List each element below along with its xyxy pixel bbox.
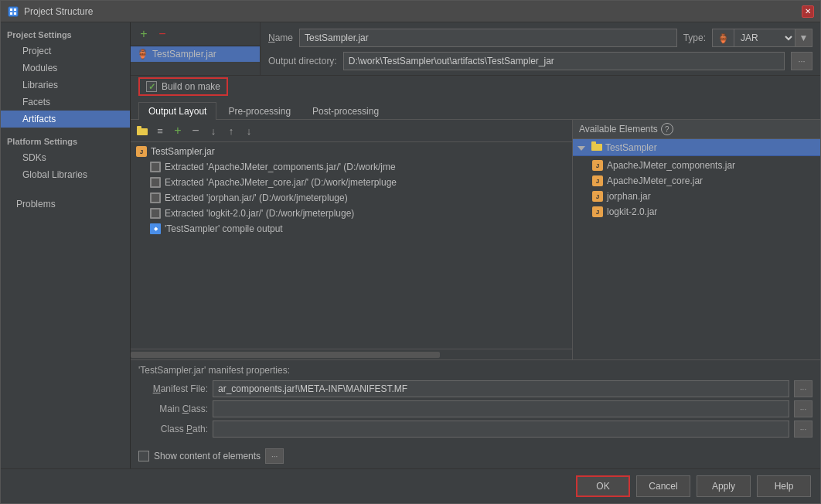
output-dir-input[interactable] (343, 52, 785, 70)
elements-folder-icon (591, 141, 602, 153)
svg-rect-7 (591, 144, 602, 151)
build-on-make-wrapper[interactable]: Build on make (138, 77, 228, 96)
help-button[interactable]: Help (757, 475, 811, 497)
svg-rect-0 (9, 7, 18, 16)
title-bar-icon (7, 5, 19, 18)
tree-item-4[interactable]: Extracted 'logkit-2.0.jar/' (D:/work/jme… (131, 206, 572, 221)
artifact-jar-icon: 🏺 (137, 49, 148, 60)
show-content-checkbox[interactable] (138, 451, 149, 461)
artifact-name-label: TestSampler.jar (152, 49, 216, 60)
tree-up-button[interactable]: ↑ (223, 122, 240, 139)
manifest-file-label: Manifest File: (138, 383, 208, 394)
apply-button[interactable]: Apply (697, 475, 751, 497)
help-icon[interactable]: ? (661, 123, 673, 135)
tree-down-button[interactable]: ↓ (205, 122, 222, 139)
output-dir-browse-button[interactable]: ··· (791, 52, 812, 70)
sidebar-item-sdks[interactable]: SDKs (1, 149, 130, 166)
extract-icon-3 (149, 192, 162, 204)
elements-panel: Available Elements ? TestSampler (573, 120, 820, 359)
tree-toolbar: ≡ + − ↓ ↑ ↓ (131, 120, 572, 142)
main-class-input[interactable] (213, 400, 789, 417)
elements-item-0[interactable]: J ApacheJMeter_components.jar (573, 158, 820, 173)
extract-icon-2 (149, 176, 162, 189)
manifest-file-browse-button[interactable]: ··· (794, 380, 812, 397)
class-path-row: Class Path: ··· (138, 421, 812, 438)
tree-panel: ≡ + − ↓ ↑ ↓ J TestSampler.jar (131, 120, 573, 359)
tree-item-root[interactable]: J TestSampler.jar (131, 144, 572, 159)
sidebar-item-facets[interactable]: Facets (1, 94, 130, 111)
svg-rect-1 (10, 9, 12, 11)
elements-root-label: TestSampler (605, 142, 657, 153)
svg-rect-5 (137, 128, 148, 135)
svg-rect-8 (591, 141, 596, 145)
tree-remove-button[interactable]: − (187, 122, 204, 139)
tree-item-2[interactable]: Extracted 'ApacheJMeter_core.jar/' (D:/w… (131, 175, 572, 190)
type-select[interactable]: JAR (734, 29, 795, 47)
compile-icon: ◆ (149, 223, 162, 235)
manifest-file-row: Manifest File: ··· (138, 380, 812, 397)
tree-add-button[interactable]: + (169, 122, 186, 139)
sidebar-item-artifacts[interactable]: Artifacts (1, 111, 130, 128)
sidebar-item-modules[interactable]: Modules (1, 60, 130, 77)
elements-tree-header[interactable]: TestSampler (573, 139, 820, 156)
title-bar-text: Project Structure (24, 6, 802, 17)
remove-artifact-button[interactable]: − (154, 26, 171, 43)
tabs-row: Output Layout Pre-processing Post-proces… (131, 102, 820, 120)
main-class-label: Main Class: (138, 404, 208, 414)
elements-tree-arrow (577, 142, 588, 153)
close-button[interactable]: ✕ (802, 5, 814, 18)
output-dir-label: Output directory: (268, 56, 337, 66)
ok-button[interactable]: OK (576, 475, 630, 497)
svg-rect-3 (10, 12, 12, 15)
sidebar-item-problems[interactable]: Problems (1, 196, 130, 213)
tree-item-5[interactable]: ◆ 'TestSampler' compile output (131, 221, 572, 237)
svg-rect-6 (137, 126, 141, 129)
cancel-button[interactable]: Cancel (636, 475, 690, 497)
tab-output-layout[interactable]: Output Layout (138, 102, 216, 120)
tree-bars-button[interactable]: ≡ (152, 122, 169, 139)
project-settings-label: Project Settings (1, 26, 130, 43)
manifest-file-input[interactable] (213, 380, 789, 397)
main-class-browse-button[interactable]: ··· (794, 400, 812, 417)
show-content-label: Show content of elements (154, 451, 261, 461)
extract-icon-4 (149, 207, 162, 220)
elements-item-1[interactable]: J ApacheJMeter_core.jar (573, 173, 820, 189)
tree-folder-button[interactable] (134, 122, 151, 139)
manifest-title: 'TestSampler.jar' manifest properties: (138, 365, 812, 376)
show-content-row: Show content of elements ··· (131, 445, 820, 468)
main-class-row: Main Class: ··· (138, 400, 812, 417)
elements-title: Available Elements (579, 124, 658, 135)
bottom-bar: OK Cancel Apply Help (1, 468, 820, 503)
extract-icon-1 (149, 161, 162, 173)
elements-item-2[interactable]: J jorphan.jar (573, 189, 820, 204)
project-structure-window: Project Structure ✕ Project Settings Pro… (0, 0, 821, 504)
tab-post-processing[interactable]: Post-processing (302, 102, 389, 120)
tree-item-3[interactable]: Extracted 'jorphan.jar/' (D:/work/jmeter… (131, 190, 572, 206)
jar-icon: J (135, 145, 148, 158)
tree-down2-button[interactable]: ↓ (240, 122, 257, 139)
sidebar-item-libraries[interactable]: Libraries (1, 77, 130, 94)
build-on-make-checkbox[interactable] (146, 81, 157, 92)
name-input[interactable] (299, 29, 677, 47)
elements-item-3[interactable]: J logkit-2.0.jar (573, 204, 820, 220)
class-path-browse-button[interactable]: ··· (794, 421, 812, 438)
build-on-make-label: Build on make (162, 81, 220, 92)
tab-content-area: ≡ + − ↓ ↑ ↓ J TestSampler.jar (131, 120, 820, 359)
artifact-toolbar: + − (131, 22, 260, 46)
jar-icon-in-type: 🏺 (712, 29, 734, 47)
tab-pre-processing[interactable]: Pre-processing (218, 102, 301, 120)
sidebar-item-project[interactable]: Project (1, 43, 130, 60)
tree-item-1[interactable]: Extracted 'ApacheJMeter_components.jar/'… (131, 159, 572, 175)
add-artifact-button[interactable]: + (135, 26, 152, 43)
elements-header: Available Elements ? (573, 120, 820, 139)
svg-rect-2 (14, 9, 16, 11)
class-path-label: Class Path: (138, 424, 208, 434)
type-dropdown-button[interactable]: ▼ (795, 29, 812, 47)
class-path-input[interactable] (213, 421, 789, 438)
output-dir-row: Output directory: ··· (261, 52, 820, 75)
sidebar-item-global-libraries[interactable]: Global Libraries (1, 166, 130, 183)
artifact-list-item[interactable]: 🏺 TestSampler.jar (131, 46, 260, 62)
show-content-options-button[interactable]: ··· (265, 448, 284, 464)
jar-icon-1: J (591, 175, 604, 187)
platform-settings-label: Platform Settings (1, 132, 130, 149)
